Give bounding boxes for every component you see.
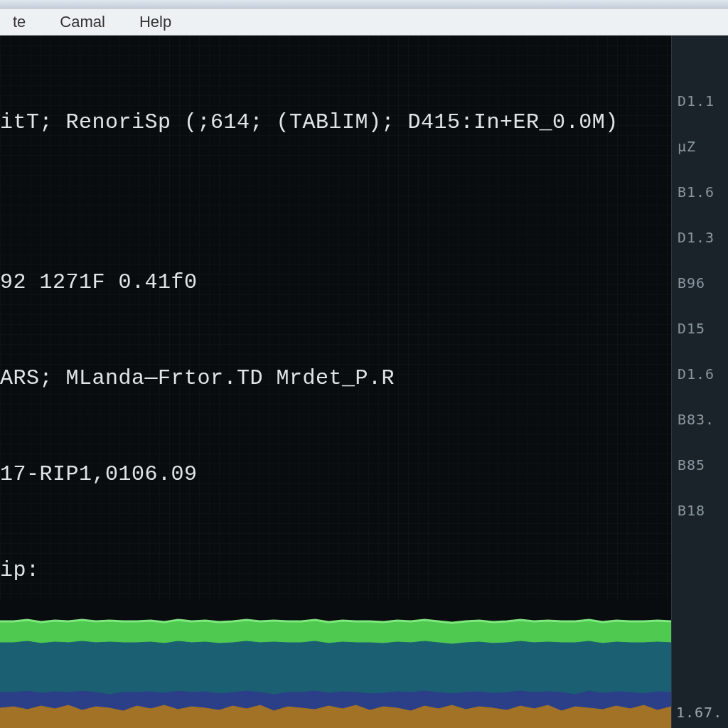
terminal-line: ip:: [0, 555, 668, 587]
workspace: itT; RenoriSp (;614; (TABlIM); D415:In+E…: [0, 36, 728, 728]
scale-tick: µZ: [672, 124, 728, 169]
side-scale: D1.1 µZ B1.6 D1.3 B96 D15 D1.6 B83. B85 …: [671, 36, 728, 728]
scale-tick: B85: [672, 442, 728, 488]
menu-item-help[interactable]: Help: [132, 10, 178, 34]
menubar: te Camal Help: [0, 9, 728, 36]
scale-tick: D15: [672, 306, 728, 351]
terminal-line: itT; RenoriSp (;614; (TABlIM); D415:In+E…: [0, 107, 668, 139]
scale-tick: D1.6: [672, 351, 728, 397]
scale-tick: D1.3: [672, 215, 728, 260]
terminal-panel: itT; RenoriSp (;614; (TABlIM); D415:In+E…: [0, 36, 671, 728]
menu-item-camal[interactable]: Camal: [53, 10, 112, 34]
scale-tick: B18: [672, 488, 728, 533]
performance-chart: [0, 600, 671, 728]
scale-bottom-tick: 1.67.: [672, 704, 728, 728]
chart-series-orange-base: [0, 705, 671, 728]
scale-tick: B96: [672, 260, 728, 306]
scale-tick: B1.6: [672, 169, 728, 215]
scale-tick: B83.: [672, 397, 728, 442]
terminal-line: ARS; MLanda—Frtor.TD Mrdet_P.R: [0, 363, 668, 395]
terminal-line: 92 1271F 0.41f0: [0, 267, 668, 299]
scale-tick: D1.1: [672, 78, 728, 124]
menu-item-te[interactable]: te: [6, 10, 33, 34]
terminal-line: 17-RIP1,0106.09: [0, 459, 668, 491]
terminal-output[interactable]: itT; RenoriSp (;614; (TABlIM); D415:In+E…: [0, 36, 671, 600]
chart-svg: [0, 600, 671, 728]
window-titlebar: [0, 0, 728, 9]
